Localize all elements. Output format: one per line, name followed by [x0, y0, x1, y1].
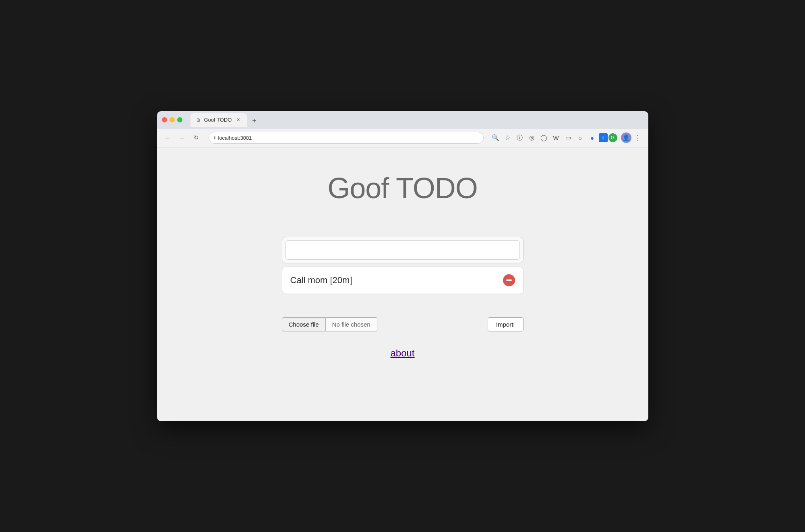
minimize-button[interactable] [170, 117, 175, 122]
todo-input[interactable] [286, 240, 520, 260]
green-ext-icon[interactable]: G [608, 133, 617, 142]
blue-ext-icon[interactable]: i [599, 133, 608, 142]
traffic-lights [162, 117, 182, 122]
remove-todo-button[interactable] [503, 274, 515, 286]
close-button[interactable] [162, 117, 167, 122]
import-section: Choose file No file chosen Import! [282, 317, 524, 331]
address-bar: ← → ↻ ℹ localhost:3001 🔍 ☆ ⓘ ◎ ◯ W ▭ ○ ●… [157, 129, 648, 147]
page-content: Goof TODO Call mom [20m] Choose file No … [157, 147, 648, 421]
profile-avatar[interactable]: 👤 [621, 132, 631, 143]
toolbar-divider [619, 134, 619, 142]
extension-circle-icon[interactable]: ◯ [538, 132, 550, 143]
file-input-area: Choose file No file chosen [282, 317, 377, 331]
info-icon: ℹ [214, 135, 216, 141]
todo-item: Call mom [20m] [282, 267, 524, 294]
screen-icon[interactable]: ▭ [563, 132, 574, 143]
title-bar: 🗎 Goof TODO ✕ + [157, 111, 648, 129]
tab-close-button[interactable]: ✕ [235, 117, 241, 123]
zoom-icon[interactable]: 🔍 [490, 132, 501, 143]
new-tab-button[interactable]: + [248, 116, 260, 127]
todo-input-wrapper [282, 237, 524, 263]
toolbar-icons: 🔍 ☆ ⓘ ◎ ◯ W ▭ ○ ● i G 👤 ⋮ [490, 132, 644, 143]
app-title: Goof TODO [327, 172, 477, 205]
url-bar[interactable]: ℹ localhost:3001 [209, 132, 484, 144]
import-button[interactable]: Import! [488, 317, 524, 331]
maximize-button[interactable] [177, 117, 182, 122]
circle-ext-icon[interactable]: ○ [575, 132, 586, 143]
bookmark-icon[interactable]: ☆ [502, 132, 513, 143]
todo-container: Call mom [20m] [282, 237, 524, 297]
about-link[interactable]: about [390, 348, 414, 359]
browser-window: 🗎 Goof TODO ✕ + ← → ↻ ℹ localhost:3001 🔍… [157, 111, 648, 421]
file-name-display: No file chosen [326, 317, 377, 331]
account-icon[interactable]: ◎ [526, 132, 538, 143]
todo-item-text: Call mom [20m] [290, 275, 352, 286]
tab-bar: 🗎 Goof TODO ✕ + [190, 113, 644, 127]
active-tab[interactable]: 🗎 Goof TODO ✕ [190, 113, 247, 127]
choose-file-button[interactable]: Choose file [282, 317, 326, 331]
tab-page-icon: 🗎 [196, 117, 201, 123]
info-circle-icon[interactable]: ⓘ [514, 132, 526, 143]
menu-icon[interactable]: ⋮ [632, 132, 644, 143]
meet-icon[interactable]: ● [587, 132, 598, 143]
url-text: localhost:3001 [218, 135, 252, 141]
forward-button[interactable]: → [176, 132, 188, 143]
refresh-button[interactable]: ↻ [191, 132, 202, 143]
tab-title: Goof TODO [204, 117, 232, 123]
back-button[interactable]: ← [162, 132, 173, 143]
w-extension-icon[interactable]: W [550, 132, 562, 143]
